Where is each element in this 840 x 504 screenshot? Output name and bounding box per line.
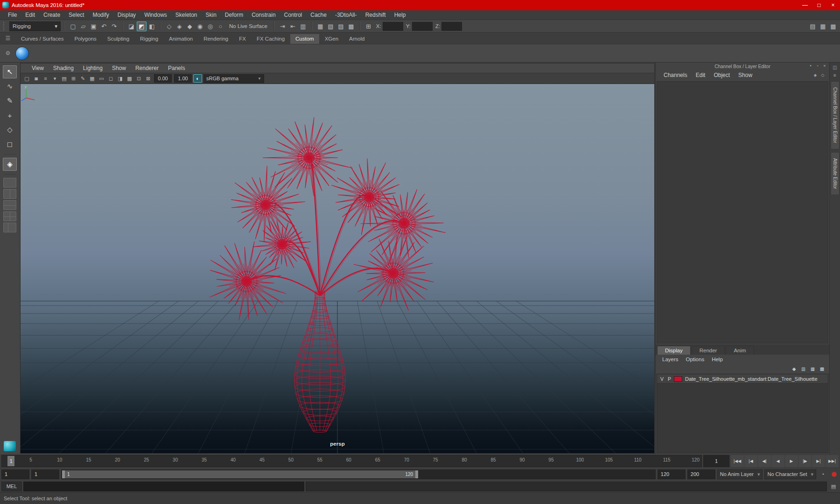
move-tool[interactable]: +: [3, 109, 17, 122]
snap-to-projected-center-icon[interactable]: ◉: [195, 21, 205, 31]
shelf-tab-arnold[interactable]: Arnold: [344, 34, 370, 44]
new-scene-icon[interactable]: ▢: [68, 21, 78, 31]
menu-redshift[interactable]: Redshift: [361, 12, 390, 18]
new-layer-icon[interactable]: ▦: [809, 365, 816, 372]
snap-to-view-planes-icon[interactable]: ◎: [205, 21, 215, 31]
film-gate-icon[interactable]: ▭: [97, 74, 106, 83]
menu-constrain[interactable]: Constrain: [247, 12, 280, 18]
viewport-menu-lighting[interactable]: Lighting: [78, 65, 107, 71]
snap-to-points-icon[interactable]: ◆: [185, 21, 195, 31]
select-component-icon[interactable]: ◧: [147, 21, 157, 31]
command-input[interactable]: [23, 482, 304, 491]
layer-editor-tab-render[interactable]: Render: [692, 346, 725, 355]
close-button[interactable]: ×: [826, 0, 840, 10]
select-object-icon[interactable]: ◩: [137, 21, 147, 31]
shelf-tab-fx[interactable]: FX: [234, 34, 251, 44]
scale-tool[interactable]: ◻: [3, 138, 17, 151]
go-to-end-button[interactable]: ▶▶|: [826, 455, 839, 467]
animation-preferences-button[interactable]: ◔: [818, 470, 827, 479]
color-management-icon[interactable]: ◐: [193, 74, 202, 83]
anim-layer-dropdown[interactable]: No Anim Layer ▾: [717, 469, 763, 479]
shelf-tab-sculpting[interactable]: Sculpting: [102, 34, 134, 44]
channel-box-menu-show[interactable]: Show: [734, 72, 756, 78]
play-forwards-button[interactable]: ▶: [785, 455, 798, 467]
open-scene-icon[interactable]: ▱: [78, 21, 88, 31]
layer-visibility-toggle[interactable]: V: [659, 376, 665, 382]
shelf-tab-curves-surfaces[interactable]: Curves / Surfaces: [16, 34, 69, 44]
select-hierarchy-icon[interactable]: ◪: [126, 21, 136, 31]
menu-create[interactable]: Create: [39, 12, 64, 18]
last-tool-used[interactable]: ◈: [3, 158, 17, 171]
menu-set-selector[interactable]: Rigging ▾: [9, 21, 61, 31]
shelf-gear-icon[interactable]: ⚙: [0, 44, 16, 62]
playback-end-field[interactable]: 120: [658, 469, 686, 479]
speed-icon[interactable]: ◇: [820, 72, 826, 78]
move-layer-up-icon[interactable]: ◆: [791, 365, 798, 372]
minimize-button[interactable]: —: [798, 0, 812, 10]
command-output[interactable]: [306, 482, 827, 491]
range-end-handle[interactable]: [415, 470, 418, 478]
channel-box-menu-object[interactable]: Object: [709, 72, 734, 78]
playback-start-field[interactable]: 1: [31, 469, 59, 479]
shelf-tab-xgen[interactable]: XGen: [320, 34, 343, 44]
toolbar-grip[interactable]: [3, 22, 7, 30]
menu-display[interactable]: Display: [113, 12, 140, 18]
script-editor-button[interactable]: ▤: [828, 482, 839, 491]
exposure-field[interactable]: 0.00: [154, 74, 172, 83]
maximize-button[interactable]: □: [812, 0, 826, 10]
grid-toggle-icon[interactable]: ▦: [88, 74, 97, 83]
menu-select[interactable]: Select: [64, 12, 88, 18]
empty-layer-icon[interactable]: ▥: [800, 365, 807, 372]
redo-icon[interactable]: ↷: [109, 21, 119, 31]
select-camera-icon[interactable]: ▢: [22, 74, 31, 83]
close-panel-icon[interactable]: ×: [822, 63, 827, 69]
layout-preset-button-3[interactable]: [3, 200, 16, 210]
toolbox-visibility-icon[interactable]: ▤: [808, 21, 818, 31]
image-plane-icon[interactable]: ▤: [60, 74, 69, 83]
camera-attributes-icon[interactable]: ≡: [41, 74, 50, 83]
range-slider-track[interactable]: 1 120: [61, 469, 656, 479]
menu-cache[interactable]: Cache: [306, 12, 331, 18]
collapse-panel-icon[interactable]: ◫: [832, 64, 839, 70]
side-tab-attribute-editor[interactable]: Attribute Editor: [831, 152, 840, 195]
layer-editor-menu-help[interactable]: Help: [708, 357, 727, 362]
ui-elements-icon[interactable]: ▩: [828, 21, 838, 31]
safe-action-icon[interactable]: ⊡: [134, 74, 143, 83]
shelf-tab-rigging[interactable]: Rigging: [135, 34, 163, 44]
viewport-canvas[interactable]: y persp: [21, 84, 654, 453]
step-forward-frame-button[interactable]: ▶|: [812, 455, 825, 467]
layer-playback-toggle[interactable]: P: [666, 376, 672, 382]
time-slider-track[interactable]: 5101520253035404550556065707580859095100…: [1, 455, 702, 467]
menu-skin[interactable]: Skin: [202, 12, 221, 18]
pin-icon[interactable]: •: [808, 63, 813, 69]
step-forward-key-button[interactable]: |▶: [798, 455, 812, 467]
menu-3dtoall[interactable]: -3DtoAll-: [331, 12, 361, 18]
menu-file[interactable]: File: [4, 12, 21, 18]
snap-to-grids-icon[interactable]: ◇: [164, 21, 174, 31]
viewport-menu-renderer[interactable]: Renderer: [131, 65, 163, 71]
viewport-menu-panels[interactable]: Panels: [163, 65, 190, 71]
render-current-frame-icon[interactable]: ▦: [315, 21, 325, 31]
ipr-render-icon[interactable]: ▧: [326, 21, 336, 31]
shelf-tab-fx-caching[interactable]: FX Caching: [252, 34, 290, 44]
channel-box-menu-edit[interactable]: Edit: [692, 72, 710, 78]
make-live-icon[interactable]: ○: [216, 21, 225, 31]
shelf-tab-polygons[interactable]: Polygons: [69, 34, 101, 44]
viewport-menu-show[interactable]: Show: [107, 65, 131, 71]
viewport-menu-view[interactable]: View: [27, 65, 49, 71]
bookmarks-icon[interactable]: ▾: [50, 74, 59, 83]
safe-title-icon[interactable]: ⊠: [144, 74, 153, 83]
layer-editor-menu-layers[interactable]: Layers: [658, 357, 682, 362]
range-slider-bar[interactable]: 1 120: [62, 470, 418, 478]
layout-preset-button-1[interactable]: [3, 178, 16, 188]
manipulator-icon[interactable]: ◈: [812, 72, 818, 78]
menu-windows[interactable]: Windows: [140, 12, 171, 18]
construction-history-icon[interactable]: ▥: [298, 21, 308, 31]
2d-pan-zoom-icon[interactable]: ⊞: [69, 74, 78, 83]
shelf-tab-animation[interactable]: Animation: [164, 34, 198, 44]
z-input[interactable]: [441, 22, 462, 31]
side-tab-channel-box-layer-editor[interactable]: Channel Box / Layer Editor: [831, 81, 840, 149]
layer-editor-tab-anim[interactable]: Anim: [726, 346, 754, 355]
quick-layout-grid-icon[interactable]: ⊞: [364, 21, 373, 31]
animation-start-field[interactable]: 1: [1, 469, 29, 479]
